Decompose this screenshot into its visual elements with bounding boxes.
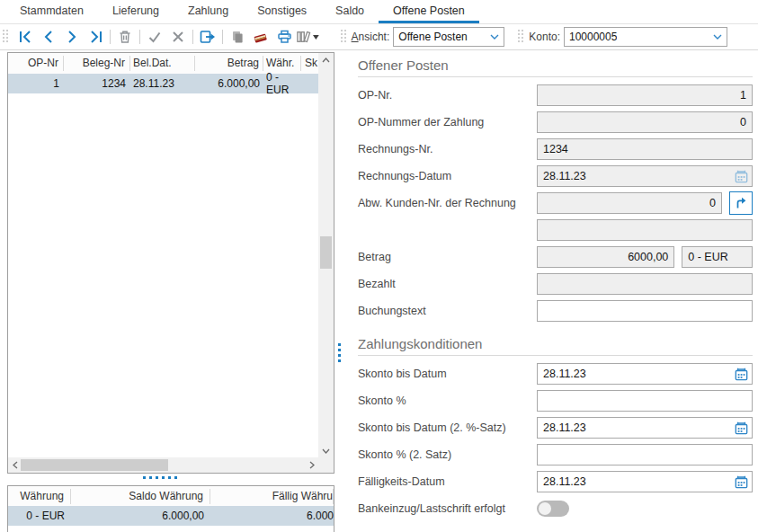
betrag-label: Betrag — [358, 251, 537, 263]
op-zahlung-field[interactable]: 0 — [537, 111, 753, 133]
chevron-down-icon — [713, 34, 722, 40]
ansicht-grip-icon[interactable] — [341, 30, 348, 44]
table-row[interactable]: 1 1234 28.11.23 6.000,00 0 - EUR — [8, 74, 318, 93]
post-button[interactable] — [196, 26, 219, 48]
toolbar-separator — [139, 30, 140, 44]
jump-arrow-icon — [734, 196, 748, 210]
reports-menu-button[interactable] — [296, 26, 319, 48]
column-header-beleg-nr[interactable]: Beleg-Nr — [64, 56, 130, 71]
toolbar-separator — [192, 30, 193, 44]
skonto-prozent2-label: Skonto % (2. Satz) — [358, 448, 537, 461]
faelligkeit-value: 28.11.23 — [543, 475, 586, 488]
cell-beleg-nr: 1234 — [64, 77, 130, 90]
skonto-bis-field[interactable]: 28.11.23 — [537, 363, 753, 385]
rechnungs-nr-label: Rechnungs-Nr. — [358, 143, 537, 155]
last-record-button[interactable] — [84, 26, 107, 48]
calendar-icon[interactable] — [734, 474, 749, 492]
abw-kunden-name-field[interactable] — [537, 219, 753, 241]
print-special-button[interactable] — [249, 26, 272, 48]
ansicht-value: Offene Posten — [398, 31, 468, 43]
ansicht-label: Ansicht: — [352, 31, 390, 43]
cell-op-nr: 1 — [8, 77, 64, 90]
tab-offene-posten[interactable]: Offene Posten — [379, 0, 479, 23]
toolbar-separator — [110, 30, 111, 44]
print-button[interactable] — [272, 26, 296, 48]
column-header-faellig-waehrung[interactable]: Fällig Währu — [210, 489, 334, 504]
first-record-button[interactable] — [13, 26, 37, 48]
cell-waehrung: 0 - EUR — [8, 510, 71, 522]
column-header-betrag[interactable]: Betrag — [195, 56, 263, 71]
copy-button[interactable] — [226, 26, 249, 48]
skonto-bis-value: 28.11.23 — [543, 368, 586, 380]
open-items-table: OP-Nr Beleg-Nr Bel.Dat. Betrag Währ. Sk … — [7, 52, 334, 474]
scroll-down-icon[interactable] — [318, 444, 334, 457]
scrollbar-corner — [318, 457, 334, 473]
cell-bel-dat: 28.11.23 — [130, 77, 195, 90]
detail-form: Offener Posten OP-Nr. 1 OP-Nummer der Za… — [351, 54, 753, 525]
previous-record-button[interactable] — [37, 26, 60, 48]
saldo-header-row: Währung Saldo Währung Fällig Währu — [8, 486, 334, 506]
toolbar-grip-icon[interactable] — [3, 30, 10, 44]
toolbar: Ansicht: Offene Posten Konto: 10000005 — [0, 24, 758, 50]
section-title-zahlungskonditionen: Zahlungskonditionen — [358, 336, 753, 356]
cancel-button[interactable] — [166, 26, 190, 48]
tab-zahlung[interactable]: Zahlung — [174, 0, 243, 23]
next-record-button[interactable] — [60, 26, 84, 48]
calendar-icon[interactable] — [734, 421, 749, 439]
konto-label: Konto: — [529, 31, 560, 43]
konto-value: 10000005 — [569, 31, 617, 43]
konto-group: Konto: 10000005 — [517, 27, 727, 47]
column-header-bel-dat[interactable]: Bel.Dat. — [130, 56, 195, 71]
saldo-table: Währung Saldo Währung Fällig Währu 0 - E… — [7, 485, 334, 532]
abw-kunden-nr-label: Abw. Kunden-Nr. der Rechnung — [358, 197, 537, 209]
chevron-down-icon — [490, 34, 499, 40]
calendar-icon[interactable] — [734, 367, 749, 385]
calendar-icon[interactable] — [734, 169, 749, 187]
rechnungs-datum-label: Rechnungs-Datum — [358, 170, 537, 182]
vertical-scroll-thumb[interactable] — [320, 236, 332, 269]
scroll-up-icon[interactable] — [318, 53, 334, 66]
tab-saldo[interactable]: Saldo — [321, 0, 379, 23]
table-row[interactable]: 0 - EUR 6.000,00 6.000 — [8, 506, 334, 526]
bankeinzug-toggle[interactable] — [537, 501, 569, 517]
ansicht-select[interactable]: Offene Posten — [393, 27, 504, 47]
skonto-prozent-field[interactable] — [537, 390, 753, 412]
buchungstext-field[interactable] — [537, 300, 753, 322]
faelligkeit-field[interactable]: 28.11.23 — [537, 471, 753, 492]
tab-sonstiges[interactable]: Sonstiges — [243, 0, 321, 23]
bezahlt-field[interactable] — [537, 273, 753, 295]
jump-to-customer-button[interactable] — [729, 191, 753, 215]
skonto-bis2-field[interactable]: 28.11.23 — [537, 417, 753, 439]
column-header-waehrung[interactable]: Währung — [8, 489, 71, 504]
column-header-op-nr[interactable]: OP-Nr — [8, 56, 64, 71]
rechnungs-datum-field[interactable]: 28.11.23 — [537, 165, 753, 187]
scroll-left-icon[interactable] — [8, 457, 22, 473]
column-header-sk[interactable]: Sk — [301, 56, 318, 71]
cell-faellig: 6.000 — [210, 510, 334, 522]
delete-button[interactable] — [113, 26, 137, 48]
rechnungs-nr-field[interactable]: 1234 — [537, 138, 753, 160]
vertical-scrollbar[interactable] — [318, 53, 334, 457]
tab-bar: Stammdaten Lieferung Zahlung Sonstiges S… — [0, 0, 758, 24]
horizontal-splitter-handle[interactable] — [143, 476, 177, 479]
confirm-button[interactable] — [143, 26, 166, 48]
vertical-splitter-handle[interactable] — [338, 343, 341, 362]
column-header-saldo-waehrung[interactable]: Saldo Währung — [71, 489, 210, 504]
horizontal-scroll-thumb[interactable] — [21, 459, 168, 471]
konto-grip-icon[interactable] — [518, 30, 525, 44]
betrag-currency-field[interactable]: 0 - EUR — [682, 246, 753, 268]
rechnungs-datum-value: 28.11.23 — [543, 170, 586, 182]
tab-lieferung[interactable]: Lieferung — [98, 0, 174, 23]
horizontal-scrollbar[interactable] — [8, 457, 318, 473]
op-zahlung-label: OP-Nummer der Zahlung — [358, 116, 537, 129]
tab-stammdaten[interactable]: Stammdaten — [5, 0, 98, 23]
betrag-field[interactable]: 6000,00 — [537, 246, 674, 268]
konto-select[interactable]: 10000005 — [564, 27, 727, 47]
skonto-prozent2-field[interactable] — [537, 444, 753, 466]
ansicht-group: Ansicht: Offene Posten — [340, 27, 505, 47]
column-header-waehr[interactable]: Währ. — [263, 56, 301, 71]
op-nr-label: OP-Nr. — [358, 89, 537, 102]
op-nr-field[interactable]: 1 — [537, 84, 753, 106]
scroll-right-icon[interactable] — [305, 457, 318, 473]
abw-kunden-nr-field[interactable]: 0 — [537, 192, 722, 214]
